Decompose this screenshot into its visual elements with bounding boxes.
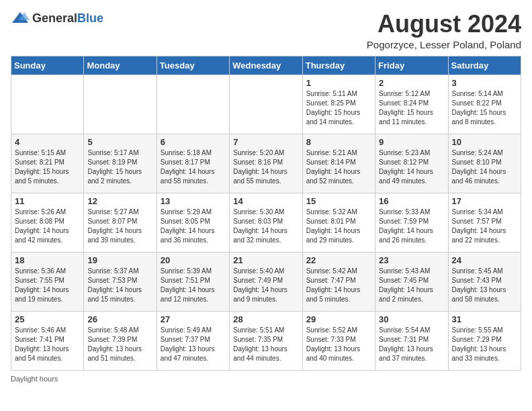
week-row-5: 25Sunrise: 5:46 AM Sunset: 7:41 PM Dayli… — [11, 311, 521, 370]
day-number: 22 — [306, 255, 371, 265]
cell-w4-d2: 20Sunrise: 5:39 AM Sunset: 7:51 PM Dayli… — [157, 252, 229, 311]
day-number: 29 — [306, 314, 371, 324]
logo-blue: Blue — [77, 11, 103, 25]
cell-w3-d0: 11Sunrise: 5:26 AM Sunset: 8:08 PM Dayli… — [11, 193, 84, 252]
cell-w5-d0: 25Sunrise: 5:46 AM Sunset: 7:41 PM Dayli… — [11, 311, 84, 370]
day-number: 11 — [15, 196, 80, 206]
day-info: Sunrise: 5:23 AM Sunset: 8:12 PM Dayligh… — [379, 148, 444, 186]
cell-w1-d1 — [84, 75, 157, 134]
day-number: 28 — [233, 314, 298, 324]
day-info: Sunrise: 5:55 AM Sunset: 7:29 PM Dayligh… — [452, 326, 517, 363]
col-wednesday: Wednesday — [230, 56, 302, 75]
cell-w1-d5: 2Sunrise: 5:12 AM Sunset: 8:24 PM Daylig… — [375, 75, 448, 134]
week-row-3: 11Sunrise: 5:26 AM Sunset: 8:08 PM Dayli… — [11, 193, 521, 252]
day-number: 31 — [452, 314, 517, 324]
cell-w4-d6: 24Sunrise: 5:45 AM Sunset: 7:43 PM Dayli… — [448, 252, 521, 311]
day-number: 23 — [379, 255, 444, 265]
cell-w2-d2: 6Sunrise: 5:18 AM Sunset: 8:17 PM Daylig… — [157, 134, 229, 193]
day-number: 14 — [233, 196, 298, 206]
day-number: 5 — [87, 137, 152, 147]
logo-text: GeneralBlue — [32, 11, 103, 26]
day-number: 30 — [379, 314, 444, 324]
cell-w2-d0: 4Sunrise: 5:15 AM Sunset: 8:21 PM Daylig… — [11, 134, 84, 193]
logo-general: General — [32, 11, 77, 25]
day-number: 16 — [379, 196, 444, 206]
cell-w3-d1: 12Sunrise: 5:27 AM Sunset: 8:07 PM Dayli… — [84, 193, 157, 252]
cell-w4-d0: 18Sunrise: 5:36 AM Sunset: 7:55 PM Dayli… — [11, 252, 84, 311]
col-friday: Friday — [375, 56, 448, 75]
day-number: 21 — [233, 255, 298, 265]
day-info: Sunrise: 5:11 AM Sunset: 8:25 PM Dayligh… — [306, 89, 371, 127]
day-number: 7 — [233, 137, 298, 147]
header: GeneralBlue August 2024 Pogorzyce, Lesse… — [11, 11, 521, 50]
cell-w5-d5: 30Sunrise: 5:54 AM Sunset: 7:31 PM Dayli… — [375, 311, 448, 370]
cell-w5-d1: 26Sunrise: 5:48 AM Sunset: 7:39 PM Dayli… — [84, 311, 157, 370]
day-number: 8 — [306, 137, 371, 147]
day-number: 20 — [161, 255, 226, 265]
cell-w4-d5: 23Sunrise: 5:43 AM Sunset: 7:45 PM Dayli… — [375, 252, 448, 311]
day-info: Sunrise: 5:54 AM Sunset: 7:31 PM Dayligh… — [379, 326, 444, 363]
cell-w5-d3: 28Sunrise: 5:51 AM Sunset: 7:35 PM Dayli… — [230, 311, 302, 370]
col-thursday: Thursday — [302, 56, 375, 75]
day-number: 3 — [452, 78, 517, 88]
cell-w4-d4: 22Sunrise: 5:42 AM Sunset: 7:47 PM Dayli… — [302, 252, 375, 311]
col-saturday: Saturday — [448, 56, 521, 75]
cell-w5-d6: 31Sunrise: 5:55 AM Sunset: 7:29 PM Dayli… — [448, 311, 521, 370]
day-info: Sunrise: 5:20 AM Sunset: 8:16 PM Dayligh… — [233, 148, 298, 186]
day-info: Sunrise: 5:33 AM Sunset: 7:59 PM Dayligh… — [379, 208, 444, 245]
day-number: 26 — [87, 314, 152, 324]
cell-w2-d4: 8Sunrise: 5:21 AM Sunset: 8:14 PM Daylig… — [302, 134, 375, 193]
day-info: Sunrise: 5:42 AM Sunset: 7:47 PM Dayligh… — [306, 267, 371, 304]
day-info: Sunrise: 5:49 AM Sunset: 7:37 PM Dayligh… — [161, 326, 226, 363]
day-number: 12 — [87, 196, 152, 206]
month-title: August 2024 — [367, 11, 521, 38]
day-info: Sunrise: 5:21 AM Sunset: 8:14 PM Dayligh… — [306, 148, 371, 186]
day-number: 24 — [452, 255, 517, 265]
day-number: 25 — [15, 314, 80, 324]
col-sunday: Sunday — [11, 56, 84, 75]
logo: GeneralBlue — [11, 11, 103, 26]
cell-w1-d0 — [11, 75, 84, 134]
location-title: Pogorzyce, Lesser Poland, Poland — [367, 39, 521, 50]
cell-w5-d4: 29Sunrise: 5:52 AM Sunset: 7:33 PM Dayli… — [302, 311, 375, 370]
cell-w1-d4: 1Sunrise: 5:11 AM Sunset: 8:25 PM Daylig… — [302, 75, 375, 134]
day-info: Sunrise: 5:52 AM Sunset: 7:33 PM Dayligh… — [306, 326, 371, 363]
day-info: Sunrise: 5:39 AM Sunset: 7:51 PM Dayligh… — [161, 267, 226, 304]
calendar-table: Sunday Monday Tuesday Wednesday Thursday… — [11, 56, 521, 371]
day-info: Sunrise: 5:15 AM Sunset: 8:21 PM Dayligh… — [15, 148, 80, 186]
cell-w3-d5: 16Sunrise: 5:33 AM Sunset: 7:59 PM Dayli… — [375, 193, 448, 252]
cell-w3-d4: 15Sunrise: 5:32 AM Sunset: 8:01 PM Dayli… — [302, 193, 375, 252]
cell-w3-d3: 14Sunrise: 5:30 AM Sunset: 8:03 PM Dayli… — [230, 193, 302, 252]
day-info: Sunrise: 5:40 AM Sunset: 7:49 PM Dayligh… — [233, 267, 298, 304]
day-info: Sunrise: 5:32 AM Sunset: 8:01 PM Dayligh… — [306, 208, 371, 245]
day-info: Sunrise: 5:14 AM Sunset: 8:22 PM Dayligh… — [452, 89, 517, 127]
day-info: Sunrise: 5:26 AM Sunset: 8:08 PM Dayligh… — [15, 208, 80, 245]
day-info: Sunrise: 5:17 AM Sunset: 8:19 PM Dayligh… — [87, 148, 152, 186]
footer-note: Daylight hours — [11, 375, 521, 383]
day-info: Sunrise: 5:12 AM Sunset: 8:24 PM Dayligh… — [379, 89, 444, 127]
day-info: Sunrise: 5:37 AM Sunset: 7:53 PM Dayligh… — [87, 267, 152, 304]
logo-icon — [11, 11, 30, 26]
week-row-1: 1Sunrise: 5:11 AM Sunset: 8:25 PM Daylig… — [11, 75, 521, 134]
day-info: Sunrise: 5:43 AM Sunset: 7:45 PM Dayligh… — [379, 267, 444, 304]
cell-w2-d3: 7Sunrise: 5:20 AM Sunset: 8:16 PM Daylig… — [230, 134, 302, 193]
day-number: 19 — [87, 255, 152, 265]
cell-w2-d6: 10Sunrise: 5:24 AM Sunset: 8:10 PM Dayli… — [448, 134, 521, 193]
day-number: 18 — [15, 255, 80, 265]
cell-w5-d2: 27Sunrise: 5:49 AM Sunset: 7:37 PM Dayli… — [157, 311, 229, 370]
header-row: Sunday Monday Tuesday Wednesday Thursday… — [11, 56, 521, 75]
cell-w1-d6: 3Sunrise: 5:14 AM Sunset: 8:22 PM Daylig… — [448, 75, 521, 134]
col-tuesday: Tuesday — [157, 56, 229, 75]
day-info: Sunrise: 5:18 AM Sunset: 8:17 PM Dayligh… — [161, 148, 226, 186]
day-info: Sunrise: 5:36 AM Sunset: 7:55 PM Dayligh… — [15, 267, 80, 304]
cell-w1-d3 — [230, 75, 302, 134]
cell-w4-d3: 21Sunrise: 5:40 AM Sunset: 7:49 PM Dayli… — [230, 252, 302, 311]
day-info: Sunrise: 5:29 AM Sunset: 8:05 PM Dayligh… — [161, 208, 226, 245]
day-number: 2 — [379, 78, 444, 88]
cell-w1-d2 — [157, 75, 229, 134]
day-info: Sunrise: 5:30 AM Sunset: 8:03 PM Dayligh… — [233, 208, 298, 245]
cell-w2-d5: 9Sunrise: 5:23 AM Sunset: 8:12 PM Daylig… — [375, 134, 448, 193]
day-number: 4 — [15, 137, 80, 147]
day-info: Sunrise: 5:48 AM Sunset: 7:39 PM Dayligh… — [87, 326, 152, 363]
day-number: 9 — [379, 137, 444, 147]
